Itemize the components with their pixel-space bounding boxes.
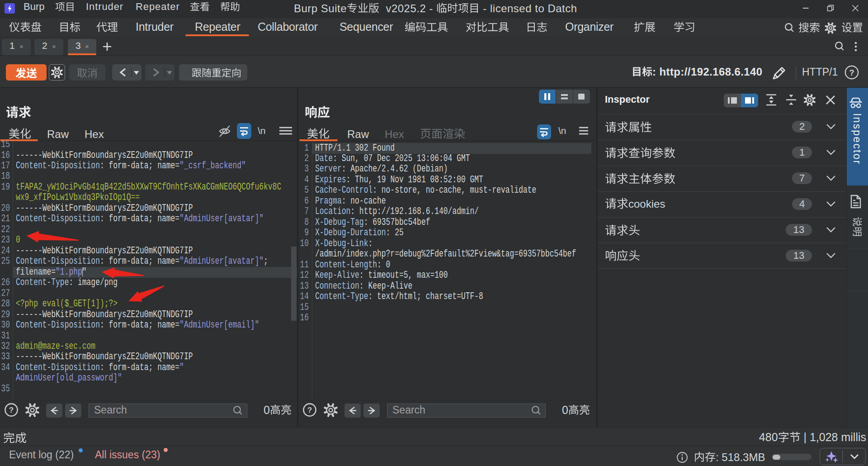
svg-text:?: ? xyxy=(9,406,14,414)
svg-text:?: ? xyxy=(307,406,312,414)
svg-text:?: ? xyxy=(849,68,854,77)
